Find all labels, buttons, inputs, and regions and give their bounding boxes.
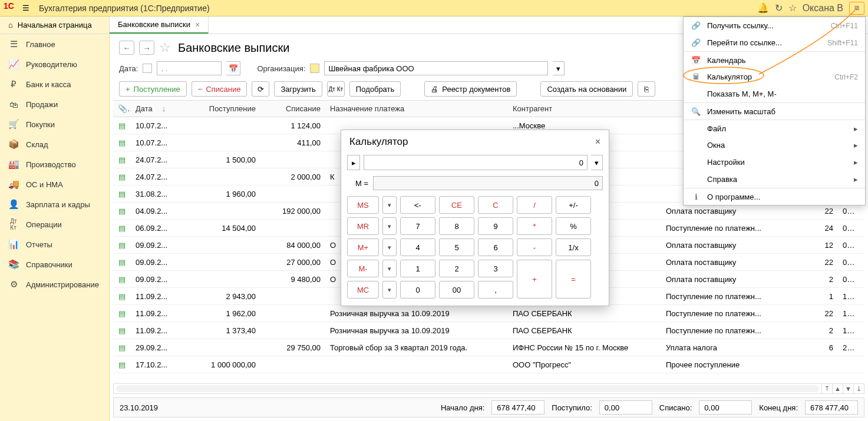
calc-key-[interactable]: % [556,217,591,235]
sidebar-item-production[interactable]: 🏭Производство [0,154,109,174]
sidebar-item-sales[interactable]: 🛍Продажи [0,94,109,114]
sidebar-item-catalogs[interactable]: 📚Справочники [0,254,109,274]
scroll-down-icon[interactable]: ▼ [843,384,853,393]
date-input[interactable]: . . [157,61,222,75]
calc-key-m[interactable]: M+ [347,238,379,256]
create-based-button[interactable]: Создать на основании [540,81,633,97]
chevron-down-icon[interactable]: ▾ [553,61,565,75]
calc-key-[interactable]: = [556,260,591,299]
calc-key-[interactable]: ▾ [382,260,397,277]
tab-home[interactable]: ⌂ Начальная страница [0,16,110,34]
sidebar-item-operations[interactable]: ДтКтОперации [0,214,109,234]
sidebar-item-manager[interactable]: 📈Руководителю [0,54,109,74]
col-purpose[interactable]: Назначение платежа [325,104,508,113]
history-icon[interactable]: ↻ [775,2,783,14]
registry-button[interactable]: 🖨Реестр документов [424,81,517,97]
sidebar-item-salary[interactable]: 👤Зарплата и кадры [0,194,109,214]
tab-active[interactable]: Банковские выписки × [110,16,209,34]
calc-key-3[interactable]: 3 [478,260,513,277]
scroll-bottom-icon[interactable]: ⤓ [853,384,864,393]
add-incoming-button[interactable]: +Поступление [119,81,187,97]
config-button[interactable]: ⎘ [638,81,655,97]
col-contragent[interactable]: Контрагент [508,104,661,113]
history-expand-icon[interactable]: ▸ [347,155,360,170]
chevron-down-icon[interactable]: ▾ [591,155,603,170]
close-icon[interactable]: × [595,137,600,147]
add-outgoing-button[interactable]: −Списание [192,81,247,97]
table-row[interactable]: ▤11.09.2...1 962,00Розничная выручка за … [113,305,864,322]
scroll-up-icon[interactable]: ▲ [832,384,843,393]
refresh-button[interactable]: ⟳ [252,81,269,97]
col-incoming[interactable]: Поступление [196,104,260,113]
calc-key-4[interactable]: 4 [400,238,435,256]
star-icon[interactable]: ☆ [788,2,797,14]
calc-key-00[interactable]: 00 [439,281,474,299]
calc-key-[interactable]: - [517,238,552,256]
calc-key-[interactable]: <- [400,196,435,214]
table-row[interactable]: ▤29.09.2...29 750,00Торговый сбор за 3 к… [113,339,864,356]
sidebar-item-purchases[interactable]: 🛒Покупки [0,114,109,134]
calc-key-0[interactable]: 0 [400,281,435,299]
calculator-display[interactable]: 0 [364,155,588,170]
horizontal-scrollbar[interactable] [116,385,819,392]
calc-key-[interactable]: / [517,196,552,214]
calc-key-mr[interactable]: MR [347,217,379,235]
sidebar-item-assets[interactable]: 🚚ОС и НМА [0,174,109,194]
menu-item[interactable]: Показать M, M+, M- [684,85,865,102]
calc-key-c[interactable]: C [478,196,513,214]
col-date[interactable]: Дата↓ [131,104,196,113]
calc-key-[interactable]: , [478,281,513,299]
calc-key-[interactable]: ▾ [382,217,397,235]
sidebar-item-admin[interactable]: ⚙Администрирование [0,274,109,294]
calc-key-ms[interactable]: MS [347,196,379,214]
calc-key-ce[interactable]: CE [439,196,474,214]
org-checkbox[interactable] [310,64,319,73]
nav-forward-button[interactable]: → [139,41,154,55]
sidebar-item-bank[interactable]: ₽Банк и касса [0,74,109,94]
table-row[interactable]: ▤17.10.2...1 000 000,00ООО "Прогресс"Про… [113,356,864,373]
table-row[interactable]: ▤11.09.2...1 373,40Розничная выручка за … [113,322,864,339]
favorite-icon[interactable]: ☆ [159,40,171,55]
calc-key-7[interactable]: 7 [400,217,435,235]
calc-key-[interactable]: * [517,217,552,235]
dtkt-button[interactable]: Дт Кт [327,81,345,97]
menu-item[interactable]: 🔗Перейти по ссылке...Shift+F11 [684,34,865,51]
sidebar-item-main[interactable]: ☰Главное [0,34,109,54]
calc-key-2[interactable]: 2 [439,260,474,277]
calendar-icon[interactable]: 📅 [226,61,240,75]
bell-icon[interactable]: 🔔 [757,2,769,14]
calc-key-[interactable]: ▾ [382,196,397,214]
pick-button[interactable]: Подобрать [349,81,401,97]
col-attachment[interactable]: 📎 [113,104,131,113]
menu-item[interactable]: 📅Календарь [684,51,865,68]
calc-key-[interactable]: ▾ [382,281,397,299]
col-outgoing[interactable]: Списание [260,104,325,113]
menu-item[interactable]: Окна▸ [684,137,865,154]
scroll-top-icon[interactable]: ⤒ [821,384,832,393]
calc-key-1x[interactable]: 1/x [556,238,591,256]
org-input[interactable]: Швейная фабрика ООО [324,61,548,75]
menu-item[interactable]: 🖩КалькуляторCtrl+F2 [684,68,865,85]
main-menu-button[interactable]: ≡ [849,2,864,15]
menu-item[interactable]: ℹО программе... [684,188,865,205]
close-icon[interactable]: × [195,20,200,29]
menu-item[interactable]: Настройки▸ [684,154,865,171]
calc-key-m[interactable]: M- [347,260,379,277]
load-button[interactable]: Загрузить [274,81,322,97]
menu-item[interactable]: Файл▸ [684,120,865,137]
date-checkbox[interactable] [143,64,152,73]
user-label[interactable]: Оксана В [803,3,843,14]
menu-item[interactable]: 🔗Получить ссылку...Ctrl+F11 [684,17,865,34]
calc-key-1[interactable]: 1 [400,260,435,277]
calc-key-[interactable]: +/- [556,196,591,214]
menu-icon[interactable]: ☰ [22,4,34,12]
calc-key-9[interactable]: 9 [478,217,513,235]
calc-key-5[interactable]: 5 [439,238,474,256]
sidebar-item-warehouse[interactable]: 📦Склад [0,134,109,154]
calc-key-8[interactable]: 8 [439,217,474,235]
menu-item[interactable]: 🔍Изменить масштаб [684,102,865,120]
sidebar-item-reports[interactable]: 📊Отчеты [0,234,109,254]
calc-key-6[interactable]: 6 [478,238,513,256]
calc-key-[interactable]: ▾ [382,238,397,256]
menu-item[interactable]: Справка▸ [684,171,865,188]
